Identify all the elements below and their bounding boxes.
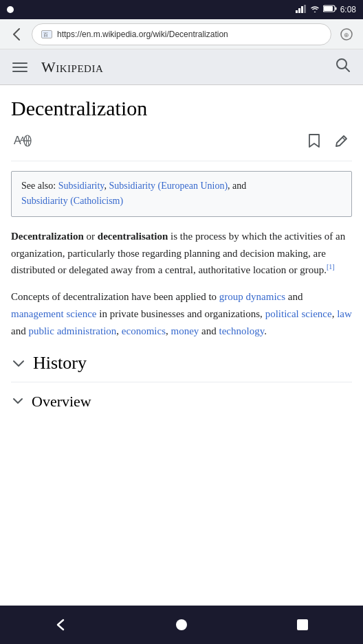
see-also-link-european-union[interactable]: Subsidiarity (European Union) xyxy=(109,181,228,191)
status-left xyxy=(7,6,14,13)
svg-rect-2 xyxy=(301,6,303,13)
svg-rect-5 xyxy=(324,6,333,11)
url-text: https://en.m.wikipedia.org/wiki/Decentra… xyxy=(57,30,322,39)
link-management-science[interactable]: management science xyxy=(11,308,97,319)
link-law[interactable]: law xyxy=(337,308,352,319)
wikipedia-logo: Wikipedia xyxy=(41,58,103,76)
address-bar: 百 https://en.m.wikipedia.org/wiki/Decent… xyxy=(0,19,363,49)
svg-rect-0 xyxy=(296,10,298,13)
wikipedia-nav: Wikipedia xyxy=(0,49,363,85)
hamburger-line-1 xyxy=(12,62,28,64)
svg-text:百: 百 xyxy=(43,32,48,37)
url-box[interactable]: 百 https://en.m.wikipedia.org/wiki/Decent… xyxy=(32,23,331,45)
battery-icon xyxy=(323,5,337,14)
svg-rect-3 xyxy=(304,5,306,13)
hamburger-line-3 xyxy=(12,71,28,72)
bookmark-button[interactable] xyxy=(304,130,324,155)
footnote-link-1[interactable]: [1] xyxy=(327,263,335,271)
concepts-paragraph: Concepts of decentralization have been a… xyxy=(11,288,352,339)
see-also-link-catholicism[interactable]: Subsidiarity (Catholicism) xyxy=(21,196,123,206)
article-title: Decentralization xyxy=(11,96,352,121)
bottom-spacer xyxy=(11,417,352,465)
status-bar: 6:08 xyxy=(0,0,363,19)
see-also-link-subsidiarity[interactable]: Subsidiarity xyxy=(58,181,104,191)
overview-section-title: Overview xyxy=(32,389,91,413)
history-section-title: History xyxy=(33,349,87,378)
wifi-icon xyxy=(310,5,320,15)
reader-mode-button[interactable]: ⊕ xyxy=(336,23,358,45)
history-toggle-button[interactable] xyxy=(11,358,26,369)
svg-text:⊕: ⊕ xyxy=(344,32,349,38)
term-bold-1: Decentralization xyxy=(11,231,84,242)
svg-rect-6 xyxy=(335,8,336,10)
hamburger-menu-button[interactable] xyxy=(10,60,30,75)
hamburger-line-2 xyxy=(12,67,28,68)
status-right: 6:08 xyxy=(296,5,356,15)
see-also-box: See also: Subsidiarity, Subsidiarity (Eu… xyxy=(11,171,352,217)
action-icons xyxy=(304,130,352,155)
intro-paragraph: Decentralization or decentralisation is … xyxy=(11,228,352,279)
link-technology[interactable]: technology xyxy=(219,325,264,336)
link-economics[interactable]: economics xyxy=(122,325,166,336)
link-group-dynamics[interactable]: group dynamics xyxy=(219,291,285,302)
footnote-1: [1] xyxy=(327,263,335,271)
nav-left: Wikipedia xyxy=(10,58,103,76)
see-also-prefix: See also: xyxy=(21,181,58,191)
overview-toggle-button[interactable] xyxy=(11,396,25,406)
time-display: 6:08 xyxy=(340,5,356,14)
link-political-science[interactable]: political science xyxy=(265,308,332,319)
article-content: Decentralization A A xyxy=(0,85,363,465)
article-actions: A A xyxy=(11,130,352,161)
svg-rect-1 xyxy=(298,8,300,13)
status-dot xyxy=(7,6,14,13)
link-money[interactable]: money xyxy=(170,325,199,336)
language-button[interactable]: A A xyxy=(11,130,34,155)
favicon: 百 xyxy=(41,30,53,39)
edit-button[interactable] xyxy=(331,130,352,155)
history-section-heading: History xyxy=(11,349,352,382)
signal-icon xyxy=(296,5,307,15)
search-button[interactable] xyxy=(333,55,353,80)
overview-section-heading: Overview xyxy=(11,389,352,417)
term-bold-2: decentralisation xyxy=(98,231,168,242)
back-button[interactable] xyxy=(6,23,28,45)
link-public-administration[interactable]: public administration xyxy=(28,325,116,336)
svg-line-12 xyxy=(345,67,349,71)
article-body: Decentralization or decentralisation is … xyxy=(11,228,352,340)
